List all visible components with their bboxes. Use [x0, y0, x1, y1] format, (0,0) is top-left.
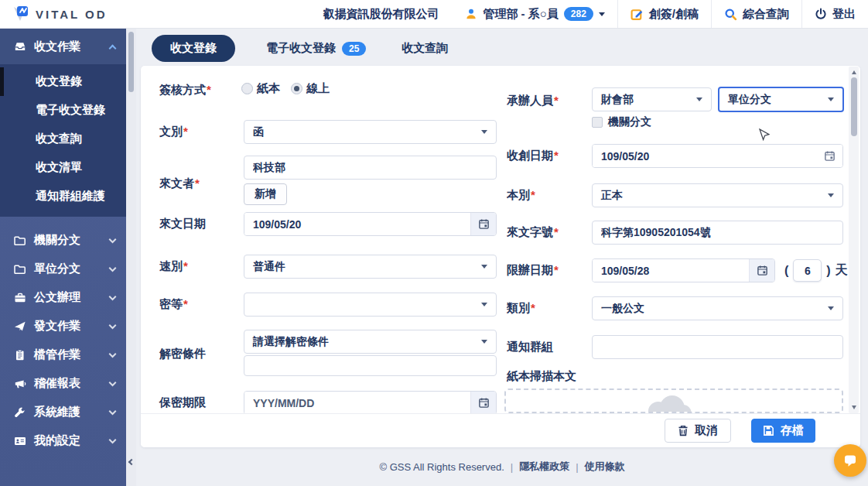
declass-select[interactable]: 請選擇解密條件	[244, 330, 497, 354]
page-footer: © GSS All Rights Reserved. | 隱私權政策 | 使用條…	[136, 447, 868, 486]
sidebar-item-unit-dispatch[interactable]: 單位分文	[0, 255, 126, 283]
scroll-down-arrow-icon[interactable]	[849, 402, 859, 412]
scroll-up-arrow-icon[interactable]	[849, 67, 859, 77]
user-menu[interactable]: 管理部 - 系○員 282	[453, 0, 617, 28]
chevron-down-icon	[109, 350, 117, 358]
chevron-up-icon	[109, 44, 117, 52]
checkbox-icon	[592, 117, 603, 128]
speed-select[interactable]: 普通件	[244, 255, 497, 279]
terms-link[interactable]: 使用條款	[585, 460, 625, 474]
sidebar-item-receive-query[interactable]: 收文查詢	[0, 125, 126, 153]
tab-e-receive-register[interactable]: 電子收文登錄 25	[261, 35, 371, 62]
sidebar-item-system-maint[interactable]: 系統維護	[0, 398, 126, 426]
chat-widget-button[interactable]	[834, 444, 866, 477]
paper-scan-dropzone[interactable]	[504, 388, 843, 413]
sidebar-item-agency-dispatch[interactable]: 機關分文	[0, 226, 126, 255]
app-logo[interactable]: VITAL OD	[0, 5, 186, 22]
radio-paper[interactable]: 紙本	[241, 81, 280, 96]
radio-online[interactable]: 線上	[291, 81, 330, 96]
ref-no-input[interactable]	[592, 221, 843, 245]
save-button[interactable]: 存檔	[751, 419, 815, 443]
chevron-down-icon	[828, 306, 834, 310]
sidebar-group-label: 收文作業	[34, 39, 102, 54]
sidebar-item-receive-register[interactable]: 收文登錄	[0, 67, 126, 96]
category-select[interactable]: 一般公文	[592, 296, 843, 320]
due-days-input[interactable]	[793, 259, 822, 282]
chevron-down-icon	[109, 235, 117, 243]
scrollbar-thumb[interactable]	[851, 77, 857, 136]
agency-dispatch-checkbox[interactable]: 機關分文	[592, 115, 651, 129]
calendar-button[interactable]	[470, 213, 496, 235]
tab-receive-register[interactable]: 收文登錄	[152, 35, 235, 62]
logout-button[interactable]: 登出	[801, 0, 868, 28]
sender-add-button[interactable]: 新增	[244, 183, 287, 205]
sidebar-item-doc-handling[interactable]: 公文辦理	[0, 283, 126, 312]
calendar-button[interactable]	[470, 392, 496, 414]
label-speed: 速別*	[159, 259, 188, 274]
tab-receive-query[interactable]: 收文查詢	[397, 35, 453, 62]
copy-type-select[interactable]: 正本	[592, 183, 843, 207]
paper-plane-icon	[14, 320, 26, 333]
secrecy-due-group	[244, 391, 497, 415]
chevron-down-icon	[109, 436, 117, 443]
due-date-input[interactable]	[593, 259, 749, 282]
receive-register-form: 簽核方式* 紙本 線上 文別* 函 來文者* 新增 來文日期 速別* 普通件 密…	[141, 66, 860, 447]
chevron-down-icon	[481, 303, 487, 306]
assignee-mode-select[interactable]: 單位分文	[718, 87, 844, 112]
save-icon	[763, 425, 774, 436]
declass-detail-input[interactable]	[244, 355, 497, 376]
assignee-dept-select[interactable]: 財會部	[592, 87, 712, 111]
logout-label: 登出	[832, 7, 856, 22]
chevron-down-icon	[109, 264, 117, 272]
doc-date-input[interactable]	[244, 213, 470, 235]
sidebar-item-archive[interactable]: 檔管作業	[0, 341, 126, 369]
form-scrollbar[interactable]	[849, 67, 859, 413]
compose-button[interactable]: 創簽/創稿	[617, 0, 711, 28]
wrench-icon	[14, 406, 26, 419]
global-search-button[interactable]: 綜合查詢	[711, 0, 801, 28]
recv-date-group	[592, 144, 843, 168]
search-icon	[724, 8, 737, 21]
radio-circle-icon	[291, 83, 302, 94]
search-label: 綜合查詢	[743, 7, 789, 22]
label-notify-group: 通知群組	[507, 340, 553, 354]
chevron-down-icon	[696, 98, 702, 101]
calendar-button[interactable]	[749, 259, 774, 282]
secrecy-select[interactable]	[244, 293, 497, 317]
label-copy-type: 本別*	[507, 188, 535, 203]
sender-input[interactable]	[244, 156, 497, 180]
chevron-down-icon	[109, 378, 117, 386]
chevron-down-icon	[109, 293, 117, 300]
vital-od-app: VITAL OD 叡揚資訊股份有限公司 管理部 - 系○員 282 創簽/創稿	[0, 0, 868, 486]
sidebar-scroll-thumb[interactable]	[128, 32, 134, 92]
power-icon	[815, 8, 827, 20]
content-tabs: 收文登錄 電子收文登錄 25 收文查詢	[152, 35, 453, 62]
label-assignee: 承辦人員*	[507, 94, 559, 108]
clipboard-icon	[14, 349, 26, 361]
calendar-button[interactable]	[817, 145, 842, 167]
privacy-policy-link[interactable]: 隱私權政策	[519, 460, 569, 474]
recv-date-input[interactable]	[593, 145, 817, 167]
tab-count-badge: 25	[342, 42, 366, 56]
doc-type-select[interactable]: 函	[244, 120, 497, 144]
sidebar-item-receive-list[interactable]: 收文清單	[0, 153, 126, 182]
sidebar-item-audit-reports[interactable]: 稽催報表	[0, 369, 126, 398]
notify-group-input[interactable]	[592, 335, 843, 359]
sidebar-collapse-handle[interactable]	[127, 455, 135, 469]
sidebar-group-receive[interactable]: 收文作業	[0, 29, 126, 64]
sidebar-item-e-receive-register[interactable]: 電子收文登錄	[0, 96, 126, 125]
logo-text: VITAL OD	[36, 8, 108, 21]
inbox-icon	[14, 40, 26, 53]
sidebar-item-my-settings[interactable]: 我的設定	[0, 426, 126, 455]
label-ref-no: 來文字號*	[507, 225, 559, 240]
secrecy-due-input[interactable]	[244, 392, 470, 414]
cancel-button[interactable]: 取消	[665, 419, 731, 443]
label-declass: 解密條件	[159, 347, 206, 361]
chevron-down-icon	[481, 130, 487, 134]
sidebar-item-send-docs[interactable]: 發文作業	[0, 312, 126, 341]
sidebar-item-notify-group-maint[interactable]: 通知群組維護	[0, 182, 126, 210]
label-secrecy-due: 保密期限	[159, 395, 206, 410]
compose-icon	[630, 8, 644, 21]
user-name: 管理部 - 系○員	[483, 7, 558, 22]
label-category: 類別*	[507, 301, 535, 316]
